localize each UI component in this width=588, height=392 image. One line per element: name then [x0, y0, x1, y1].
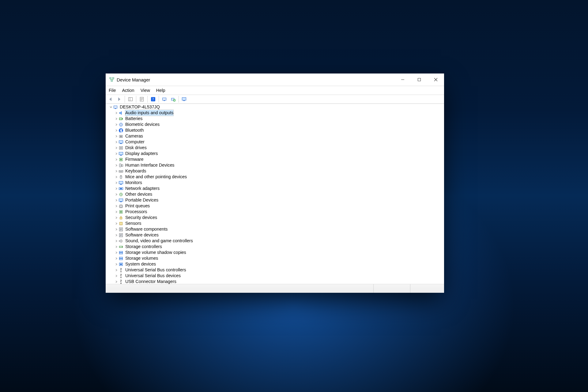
monitor-icon — [119, 140, 123, 145]
tree-item[interactable]: Software components — [106, 226, 444, 232]
scan-hardware-button[interactable] — [161, 96, 168, 103]
hid-icon — [119, 163, 123, 168]
device-toolbar-button[interactable] — [181, 96, 188, 103]
maximize-button[interactable] — [411, 74, 428, 86]
tree-item[interactable]: Software devices — [106, 232, 444, 238]
device-tree[interactable]: DESKTOP-4L537JQ Audio inputs and outputs… — [106, 104, 444, 284]
expand-arrow-icon[interactable] — [114, 199, 119, 202]
status-bar — [106, 284, 444, 293]
title-bar[interactable]: Device Manager — [106, 74, 444, 86]
tree-item-label: System devices — [125, 261, 156, 267]
forward-button[interactable] — [115, 96, 123, 103]
expand-arrow-icon[interactable] — [114, 187, 119, 190]
expand-arrow-icon[interactable] — [114, 111, 119, 115]
svg-rect-17 — [119, 118, 122, 120]
tree-item[interactable]: Batteries — [106, 116, 444, 122]
expand-arrow-icon[interactable] — [114, 274, 119, 277]
tree-item[interactable]: Network adapters — [106, 186, 444, 191]
expand-arrow-icon[interactable] — [114, 129, 119, 132]
tree-item[interactable]: Sensors — [106, 221, 444, 226]
add-legacy-button[interactable] — [169, 96, 177, 103]
expand-arrow-icon[interactable] — [114, 135, 119, 138]
svg-text:?: ? — [152, 97, 154, 101]
expand-arrow-icon[interactable] — [114, 239, 119, 243]
menu-action[interactable]: Action — [119, 87, 137, 93]
softcomp-icon — [119, 227, 123, 232]
tree-item[interactable]: Universal Serial Bus devices — [106, 273, 444, 279]
expand-arrow-icon[interactable] — [114, 181, 119, 184]
tree-item[interactable]: Audio inputs and outputs — [106, 110, 444, 116]
tree-root[interactable]: DESKTOP-4L537JQ — [106, 104, 444, 110]
expand-arrow-icon[interactable] — [114, 210, 119, 213]
network-icon — [119, 186, 123, 191]
expand-arrow-icon[interactable] — [114, 251, 119, 254]
tree-item[interactable]: Bluetooth — [106, 127, 444, 133]
close-button[interactable] — [428, 74, 444, 86]
tree-item-label: Security devices — [125, 215, 157, 221]
tree-item[interactable]: Human Interface Devices — [106, 162, 444, 168]
expand-arrow-icon[interactable] — [114, 152, 119, 155]
tree-item-label: Network adapters — [125, 186, 160, 191]
expand-arrow-icon[interactable] — [114, 222, 119, 225]
tree-item[interactable]: Cameras — [106, 133, 444, 139]
expand-arrow-icon[interactable] — [114, 245, 119, 248]
tree-item-label: Audio inputs and outputs — [125, 110, 173, 116]
tree-item[interactable]: Keyboards — [106, 168, 444, 174]
expand-arrow-icon[interactable] — [114, 164, 119, 167]
expand-arrow-icon[interactable] — [114, 234, 119, 237]
tree-item[interactable]: Sound, video and game controllers — [106, 238, 444, 244]
show-hide-tree-button[interactable] — [127, 96, 134, 103]
menu-file[interactable]: File — [106, 87, 119, 93]
svg-rect-47 — [120, 211, 122, 213]
security-icon — [119, 215, 123, 220]
tree-item[interactable]: Mice and other pointing devices — [106, 174, 444, 180]
expand-arrow-icon[interactable] — [114, 158, 119, 161]
minimize-button[interactable] — [394, 74, 411, 86]
expand-collapse-icon[interactable] — [109, 106, 113, 109]
tree-item[interactable]: Portable Devices — [106, 197, 444, 203]
expand-arrow-icon[interactable] — [114, 280, 119, 283]
tree-item-label: Batteries — [125, 116, 142, 122]
expand-arrow-icon[interactable] — [114, 263, 119, 266]
expand-arrow-icon[interactable] — [114, 193, 119, 196]
svg-point-60 — [121, 268, 122, 269]
tree-item[interactable]: Storage controllers — [106, 244, 444, 250]
toolbar: ? — [106, 95, 444, 104]
help-button[interactable]: ? — [149, 96, 157, 103]
tree-item[interactable]: Other devices — [106, 191, 444, 197]
expand-arrow-icon[interactable] — [114, 175, 119, 179]
tree-item[interactable]: Print queues — [106, 203, 444, 209]
tree-item[interactable]: Monitors — [106, 180, 444, 186]
svg-rect-41 — [119, 199, 123, 202]
tree-item[interactable]: System devices — [106, 261, 444, 267]
expand-arrow-icon[interactable] — [114, 117, 119, 120]
printer-icon — [119, 204, 123, 209]
expand-arrow-icon[interactable] — [114, 141, 119, 144]
expand-arrow-icon[interactable] — [114, 205, 119, 208]
expand-arrow-icon[interactable] — [114, 170, 119, 173]
tree-item[interactable]: Storage volume shadow copies — [106, 250, 444, 255]
tree-item[interactable]: Storage volumes — [106, 255, 444, 261]
tree-item[interactable]: Display adapters — [106, 151, 444, 156]
expand-arrow-icon[interactable] — [114, 269, 119, 272]
menu-view[interactable]: View — [138, 87, 153, 93]
tree-item-label: Mice and other pointing devices — [125, 174, 187, 180]
tree-item[interactable]: Processors — [106, 209, 444, 215]
expand-arrow-icon[interactable] — [114, 146, 119, 149]
expand-arrow-icon[interactable] — [114, 123, 119, 126]
tree-item-label: Cameras — [125, 133, 143, 139]
tree-item-label: Sound, video and game controllers — [125, 238, 193, 244]
tree-item[interactable]: Universal Serial Bus controllers — [106, 267, 444, 273]
tree-item[interactable]: USB Connector Managers — [106, 279, 444, 284]
menu-help[interactable]: Help — [153, 87, 168, 93]
tree-item[interactable]: Biometric devices — [106, 122, 444, 127]
tree-item[interactable]: Security devices — [106, 215, 444, 221]
properties-button[interactable] — [138, 96, 145, 103]
expand-arrow-icon[interactable] — [114, 216, 119, 219]
tree-item[interactable]: Firmware — [106, 156, 444, 162]
expand-arrow-icon[interactable] — [114, 228, 119, 231]
tree-item[interactable]: Computer — [106, 139, 444, 145]
expand-arrow-icon[interactable] — [114, 257, 119, 260]
back-button[interactable] — [107, 96, 114, 103]
tree-item[interactable]: Disk drives — [106, 145, 444, 151]
